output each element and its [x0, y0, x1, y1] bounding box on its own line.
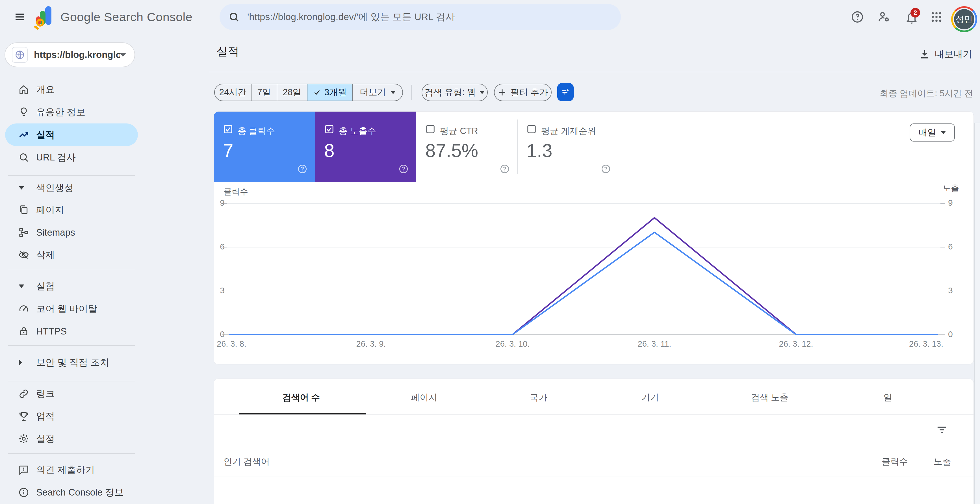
- table-header-clicks[interactable]: 클릭수: [851, 456, 908, 467]
- performance-chart-card: 총 클릭수 7 총 노출수 8 평균 CTR 87.5% 평균 게재순위 1.3…: [214, 111, 974, 364]
- vertical-scrollbar[interactable]: [974, 122, 980, 504]
- performance-line-chart[interactable]: [226, 196, 941, 338]
- metric-total-impressions[interactable]: 총 노출수 8: [315, 111, 416, 182]
- feedback-icon: [18, 464, 29, 475]
- metric-average-ctr[interactable]: 평균 CTR 87.5%: [416, 111, 517, 182]
- sidebar-section-indexing[interactable]: 색인생성: [0, 176, 141, 199]
- gear-icon: [18, 433, 29, 444]
- last-updated-text: 최종 업데이트: 5시간 전: [775, 87, 973, 99]
- tab-countries[interactable]: 국가: [530, 389, 547, 406]
- sidebar-item-url-inspection[interactable]: URL 검사: [0, 146, 141, 169]
- tab-devices[interactable]: 기기: [641, 389, 659, 406]
- sidebar-section-security[interactable]: 보안 및 직접 조치: [0, 351, 141, 374]
- y-axis-tick-label: 9: [948, 198, 953, 208]
- right-axis-title: 노출: [931, 183, 959, 194]
- tab-search-appearance[interactable]: 검색 노출: [751, 389, 789, 406]
- topbar: Google Search Console 'https://blog.kron…: [0, 0, 980, 34]
- property-selector[interactable]: https://blog.kronglog.d...: [5, 42, 135, 67]
- notification-count-badge: 2: [910, 8, 920, 17]
- date-range-28d[interactable]: 28일: [277, 84, 307, 100]
- sidebar-item-pages[interactable]: 페이지: [0, 199, 141, 221]
- date-range-24h[interactable]: 24시간: [215, 84, 251, 100]
- sidebar-item-sitemaps[interactable]: Sitemaps: [0, 221, 141, 244]
- property-url: https://blog.kronglog.d...: [34, 49, 120, 60]
- table-header-impressions[interactable]: 노출: [909, 456, 951, 467]
- x-axis-tick-label: 26. 3. 9.: [356, 339, 386, 349]
- lightbulb-icon: [18, 107, 29, 118]
- export-button[interactable]: 내보내기: [919, 46, 972, 62]
- chevron-down-icon: [480, 91, 485, 94]
- granularity-dropdown[interactable]: 매일: [910, 124, 955, 142]
- chevron-down-icon: [19, 186, 24, 189]
- trending-up-icon: [18, 129, 29, 140]
- tab-dates[interactable]: 일: [884, 389, 892, 406]
- trophy-icon: [18, 410, 29, 422]
- download-icon: [919, 49, 930, 60]
- table-header-query[interactable]: 인기 검색어: [224, 456, 270, 467]
- help-icon[interactable]: [500, 164, 510, 174]
- avatar[interactable]: 성민: [951, 6, 977, 32]
- y-axis-tick-label: 0: [948, 329, 953, 339]
- metric-average-position[interactable]: 평균 게재순위 1.3: [517, 111, 619, 182]
- date-range-more[interactable]: 더보기: [353, 84, 402, 100]
- sidebar-item-about[interactable]: Search Console 정보: [0, 481, 141, 504]
- lock-icon: [18, 326, 29, 337]
- y-axis-tick-label: 0: [214, 329, 225, 339]
- sidebar-item-overview[interactable]: 개요: [0, 78, 141, 101]
- sidebar-item-links[interactable]: 링크: [0, 383, 141, 405]
- date-range-segmented-control: 24시간 7일 28일 3개월 더보기: [214, 84, 403, 101]
- sidebar-item-achievements[interactable]: 업적: [0, 405, 141, 428]
- sidebar-item-core-web-vitals[interactable]: 코어 웹 바이탈: [0, 297, 141, 320]
- checkbox-unchecked-icon[interactable]: [527, 124, 537, 134]
- chevron-right-icon: [19, 359, 22, 366]
- sidebar-section-experience[interactable]: 실험: [0, 275, 141, 297]
- sidebar-item-settings[interactable]: 설정: [0, 428, 141, 450]
- url-inspection-search-bar[interactable]: 'https://blog.kronglog.dev/'에 있는 모든 URL …: [220, 4, 621, 30]
- divider: [214, 415, 974, 415]
- info-icon: [18, 487, 29, 498]
- x-axis-tick-label: 26. 3. 11.: [638, 339, 671, 349]
- divider: [8, 345, 135, 346]
- link-icon: [18, 388, 29, 399]
- speed-gauge-icon: [18, 303, 29, 315]
- user-settings-icon[interactable]: [877, 10, 891, 24]
- plus-icon: [498, 88, 507, 97]
- date-range-7d[interactable]: 7일: [251, 84, 277, 100]
- tab-queries[interactable]: 검색어 수: [283, 389, 320, 406]
- add-filter-chip[interactable]: 필터 추가: [494, 84, 552, 101]
- metric-total-clicks[interactable]: 총 클릭수 7: [214, 111, 315, 182]
- sidebar-item-insights[interactable]: 유용한 정보: [0, 101, 141, 124]
- checkbox-unchecked-icon[interactable]: [425, 124, 436, 134]
- checkbox-checked-icon[interactable]: [223, 124, 233, 134]
- google-apps-grid-icon[interactable]: [929, 10, 944, 24]
- sidebar-item-performance[interactable]: 실적: [0, 124, 141, 146]
- y-axis-tick-label: 9: [214, 198, 225, 208]
- sidebar-item-removals[interactable]: 삭제: [0, 243, 141, 266]
- help-icon[interactable]: [850, 10, 865, 24]
- divider: [8, 270, 135, 270]
- check-icon: [313, 88, 321, 96]
- divider: [8, 453, 135, 454]
- filter-sparkle-icon: [560, 86, 571, 98]
- help-icon[interactable]: [297, 164, 308, 174]
- search-type-filter-chip[interactable]: 검색 유형: 웹: [422, 84, 488, 101]
- date-range-3mo[interactable]: 3개월: [307, 84, 353, 100]
- x-axis-tick-label: 26. 3. 13.: [909, 339, 943, 349]
- search-icon: [228, 11, 240, 23]
- help-icon[interactable]: [600, 164, 611, 174]
- search-icon: [18, 152, 29, 163]
- page-title: 실적: [216, 43, 239, 59]
- tab-pages[interactable]: 페이지: [411, 389, 438, 406]
- help-icon[interactable]: [398, 164, 409, 174]
- clicks-line: [229, 232, 938, 334]
- divider: [8, 381, 135, 382]
- menu-icon[interactable]: [13, 10, 27, 24]
- y-axis-tick-label: 6: [948, 242, 953, 251]
- table-filter-icon[interactable]: [934, 422, 950, 437]
- smart-filter-button[interactable]: [557, 83, 574, 101]
- sidebar-item-feedback[interactable]: 의견 제출하기: [0, 458, 141, 481]
- chevron-down-icon: [19, 285, 24, 288]
- divider: [412, 85, 412, 100]
- checkbox-checked-icon[interactable]: [324, 124, 334, 134]
- sidebar-item-https[interactable]: HTTPS: [0, 320, 141, 343]
